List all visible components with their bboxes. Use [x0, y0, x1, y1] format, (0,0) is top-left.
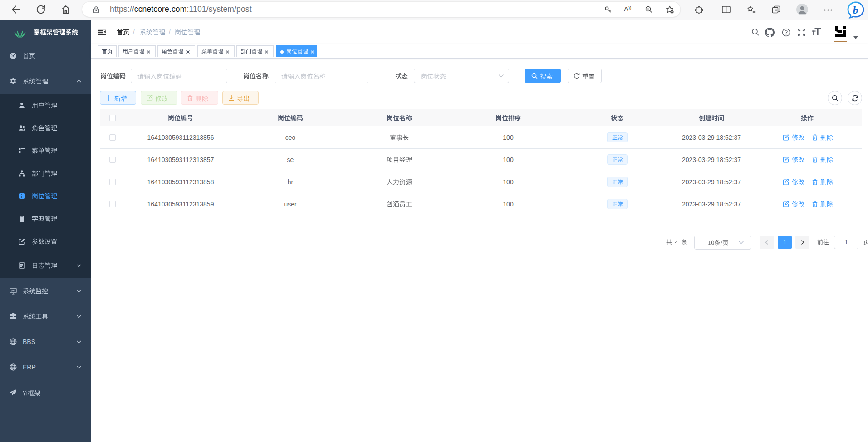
- svg-text:b: b: [853, 4, 858, 16]
